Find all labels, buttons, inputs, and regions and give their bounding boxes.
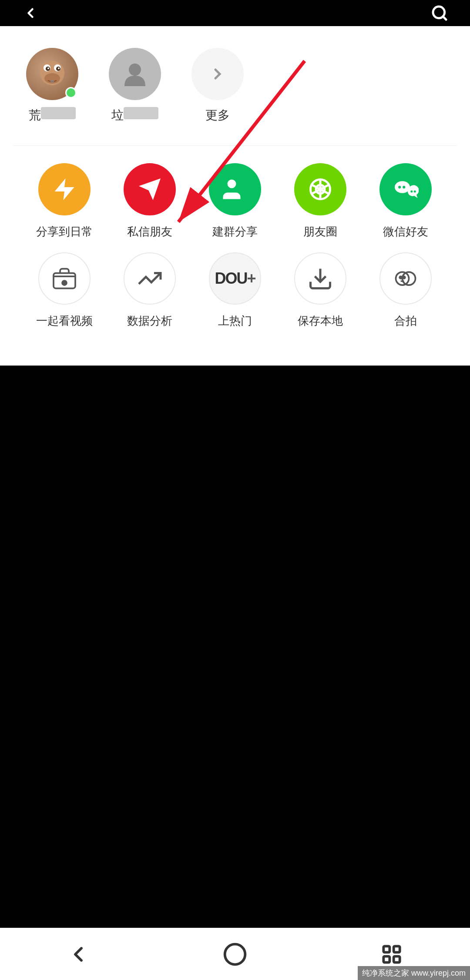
svg-point-46 bbox=[400, 276, 402, 279]
svg-point-16 bbox=[47, 67, 49, 69]
action-watch-label: 一起看视频 bbox=[36, 313, 93, 329]
friend-name-2: 垃 bbox=[111, 107, 158, 124]
svg-point-42 bbox=[62, 281, 67, 285]
friend-item-1[interactable]: 荒 bbox=[22, 48, 83, 124]
svg-rect-52 bbox=[394, 956, 400, 962]
svg-marker-21 bbox=[55, 178, 74, 200]
action-collab-label: 合拍 bbox=[394, 313, 417, 329]
action-watch[interactable]: 一起看视频 bbox=[22, 252, 107, 329]
action-hot[interactable]: DOU+ 上热门 bbox=[192, 252, 278, 329]
nav-home-button[interactable] bbox=[218, 937, 252, 972]
action-group[interactable]: 建群分享 bbox=[192, 163, 278, 239]
watermark: 纯净系统之家 www.yirepj.com bbox=[358, 966, 470, 980]
friends-row: 荒 垃 bbox=[22, 48, 448, 124]
svg-rect-51 bbox=[383, 956, 389, 962]
actions-grid: 分享到日常 私信朋友 bbox=[22, 163, 448, 329]
action-collab[interactable]: 合拍 bbox=[363, 252, 448, 329]
svg-point-48 bbox=[225, 944, 245, 964]
nav-back-button[interactable] bbox=[61, 937, 96, 972]
svg-point-37 bbox=[403, 186, 405, 188]
svg-point-17 bbox=[58, 67, 60, 69]
action-private[interactable]: 私信朋友 bbox=[107, 163, 192, 239]
online-indicator bbox=[65, 87, 77, 98]
svg-rect-50 bbox=[394, 946, 400, 952]
action-hot-label: 上热门 bbox=[218, 313, 252, 329]
svg-point-34 bbox=[316, 185, 325, 194]
video-area: 私信给朋友 bbox=[0, 26, 470, 366]
friend-item-2[interactable]: 垃 bbox=[104, 48, 165, 124]
svg-point-47 bbox=[403, 276, 405, 279]
more-label: 更多 bbox=[205, 107, 230, 124]
action-save-label: 保存本地 bbox=[298, 313, 343, 329]
friend-name-1: 荒 bbox=[29, 107, 76, 124]
svg-point-24 bbox=[228, 180, 236, 188]
svg-point-36 bbox=[398, 186, 401, 188]
action-analytics[interactable]: 数据分析 bbox=[107, 252, 192, 329]
back-button[interactable] bbox=[17, 0, 44, 26]
svg-point-39 bbox=[414, 191, 416, 193]
svg-point-20 bbox=[129, 64, 141, 76]
divider bbox=[13, 145, 457, 146]
more-friends-button[interactable]: 更多 bbox=[187, 48, 248, 124]
svg-line-1 bbox=[443, 17, 446, 20]
action-moments[interactable]: 朋友圈 bbox=[278, 163, 363, 239]
action-wechat[interactable]: 微信好友 bbox=[363, 163, 448, 239]
svg-point-35 bbox=[395, 181, 410, 193]
svg-point-38 bbox=[410, 191, 413, 193]
svg-marker-23 bbox=[139, 178, 161, 200]
status-bar bbox=[0, 0, 470, 26]
svg-rect-19 bbox=[50, 80, 54, 83]
action-moments-label: 朋友圈 bbox=[303, 224, 337, 239]
action-analytics-label: 数据分析 bbox=[127, 313, 172, 329]
action-wechat-label: 微信好友 bbox=[383, 224, 428, 239]
action-daily-label: 分享到日常 bbox=[36, 224, 93, 239]
bottom-sheet: 私信给朋友 bbox=[0, 26, 470, 366]
search-button[interactable] bbox=[426, 0, 453, 26]
action-save[interactable]: 保存本地 bbox=[278, 252, 363, 329]
action-group-label: 建群分享 bbox=[212, 224, 258, 239]
action-private-label: 私信朋友 bbox=[127, 224, 172, 239]
svg-rect-49 bbox=[383, 946, 389, 952]
action-daily[interactable]: 分享到日常 bbox=[22, 163, 107, 239]
